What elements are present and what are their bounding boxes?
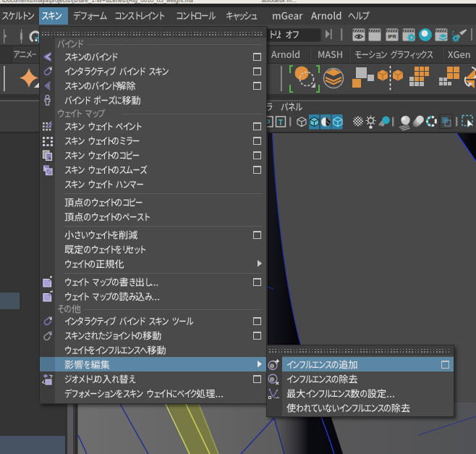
svg-text:IPR: IPR: [388, 34, 396, 39]
svg-text:T: T: [279, 119, 283, 127]
